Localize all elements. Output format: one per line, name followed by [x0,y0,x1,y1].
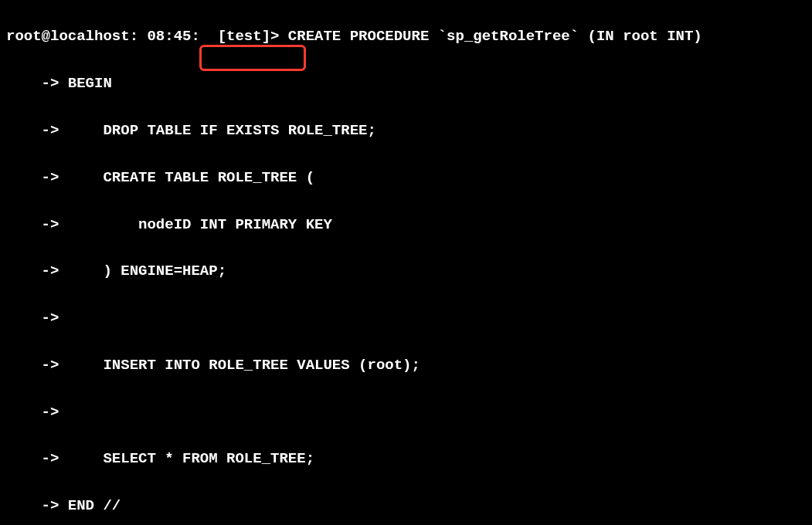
terminal-output: root@localhost: 08:45: [test]> CREATE PR… [0,0,812,525]
terminal-line: -> nodeID INT PRIMARY KEY [6,213,806,236]
terminal-line: -> INSERT INTO ROLE_TREE VALUES (root); [6,354,806,377]
terminal-line: root@localhost: 08:45: [test]> CREATE PR… [6,25,806,48]
terminal-line: -> END // [6,494,806,517]
terminal-line: -> [6,401,806,424]
annotation-highlight-box [199,45,306,71]
terminal-line: -> ) ENGINE=HEAP; [6,259,806,283]
terminal-line: -> [6,307,806,330]
terminal-line: -> SELECT * FROM ROLE_TREE; [6,447,806,470]
terminal-line: -> CREATE TABLE ROLE_TREE ( [6,166,806,189]
terminal-line: -> BEGIN [6,72,806,95]
terminal-line: -> DROP TABLE IF EXISTS ROLE_TREE; [6,119,806,142]
